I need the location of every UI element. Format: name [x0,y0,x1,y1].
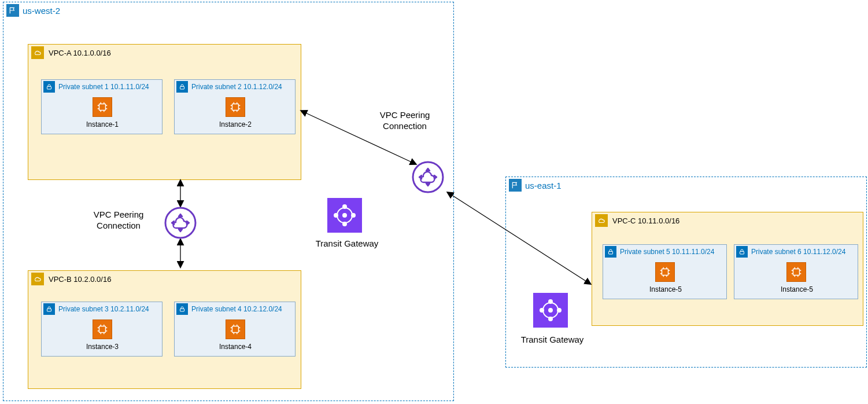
svg-point-17 [413,162,443,192]
svg-point-16 [165,208,195,238]
region-us-west-2: us-west-2 VPC-A 10.1.0.0/16 Private subn… [3,2,454,401]
svg-point-29 [549,308,552,312]
subnet-label: Private subnet 2 10.1.12.0/24 [191,83,282,91]
svg-rect-5 [99,326,106,333]
svg-point-23 [343,214,346,217]
ec2-icon [93,97,112,117]
region-flag-icon [6,4,19,17]
svg-rect-11 [793,269,800,276]
ec2-icon [226,97,245,117]
svg-point-20 [343,222,346,226]
instance-label: Instance-1 [73,120,131,128]
svg-rect-0 [47,87,51,90]
svg-point-19 [343,205,346,208]
transit-gateway-label: Transit Gateway [309,238,385,249]
lock-icon [176,303,188,315]
ec2-icon [93,319,112,339]
svg-rect-1 [99,104,106,111]
svg-point-28 [557,308,561,312]
instance-label: Instance-3 [73,343,131,351]
svg-rect-6 [180,309,184,312]
subnet-label: Private subnet 6 10.11.12.0/24 [751,248,845,256]
svg-rect-10 [740,252,744,255]
vpc-peering-icon [412,161,444,193]
svg-rect-7 [232,326,239,333]
lock-icon [736,246,748,258]
transit-gateway-icon [533,293,568,328]
svg-rect-3 [232,104,239,111]
vpc-a: VPC-A 10.1.0.0/16 Private subnet 1 10.1.… [28,44,301,180]
svg-rect-4 [47,309,51,312]
svg-point-26 [549,317,552,321]
subnet-label: Private subnet 3 10.2.11.0/24 [58,305,149,313]
svg-rect-2 [180,87,184,90]
instance-label: Instance-2 [206,120,264,128]
lock-icon [176,81,188,93]
ec2-icon [226,319,245,339]
instance-label: Instance-5 [768,285,826,293]
subnet-label: Private subnet 1 10.1.11.0/24 [58,83,149,91]
vpc-label: VPC-C 10.11.0.0/16 [612,216,679,225]
svg-point-25 [549,300,552,303]
subnet-3: Private subnet 3 10.2.11.0/24 Instance-3 [41,302,162,357]
region-flag-icon [509,179,522,192]
ec2-icon [655,262,675,282]
vpc-c: VPC-C 10.11.0.0/16 Private subnet 5 10.1… [592,212,863,326]
subnet-label: Private subnet 4 10.2.12.0/24 [191,305,282,313]
vpc-cloud-icon [31,46,44,59]
svg-rect-9 [662,269,668,276]
svg-point-21 [334,214,338,217]
svg-point-22 [352,214,355,217]
lock-icon [605,246,616,258]
vpc-label: VPC-B 10.2.0.0/16 [49,275,111,284]
transit-gateway-label: Transit Gateway [515,335,590,346]
instance-label: Instance-5 [637,285,695,293]
lock-icon [43,81,55,93]
transit-gateway-icon [327,198,362,233]
vpc-peering-icon [164,207,197,239]
vpc-peering-label: VPC Peering Connection [81,210,156,232]
ec2-icon [786,262,806,282]
lock-icon [43,303,55,315]
vpc-cloud-icon [595,214,608,227]
region-name: us-east-1 [525,181,562,190]
subnet-2: Private subnet 2 10.1.12.0/24 Instance-2 [174,79,296,134]
subnet-label: Private subnet 5 10.11.11.0/24 [620,248,714,256]
svg-rect-8 [609,252,613,255]
vpc-cloud-icon [31,273,44,285]
subnet-1: Private subnet 1 10.1.11.0/24 Instance-1 [41,79,162,134]
subnet-4: Private subnet 4 10.2.12.0/24 Instance-4 [174,302,296,357]
svg-point-27 [540,308,544,312]
subnet-6: Private subnet 6 10.11.12.0/24 Instance-… [734,244,858,299]
instance-label: Instance-4 [206,343,264,351]
region-name: us-west-2 [23,6,60,16]
vpc-label: VPC-A 10.1.0.0/16 [49,49,111,57]
vpc-peering-label: VPC Peering Connection [359,110,451,132]
vpc-b: VPC-B 10.2.0.0/16 Private subnet 3 10.2.… [28,270,301,389]
subnet-5: Private subnet 5 10.11.11.0/24 Instance-… [603,244,727,299]
